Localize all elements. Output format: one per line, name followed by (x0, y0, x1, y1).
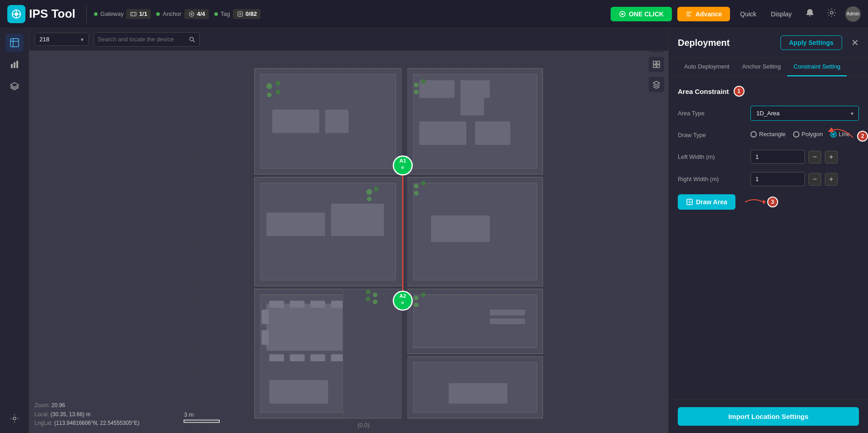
notification-bell-icon[interactable] (802, 6, 818, 21)
svg-line-22 (193, 40, 195, 42)
tab-constraint-setting[interactable]: Constraint Setting (787, 58, 847, 76)
svg-rect-65 (311, 354, 325, 361)
tag-group: Tag 0/82 (214, 9, 261, 19)
svg-rect-87 (490, 318, 525, 324)
sidebar-item-settings[interactable] (5, 409, 24, 428)
left-sidebar (0, 28, 29, 433)
draw-area-button[interactable]: Draw Area (678, 194, 735, 210)
tool-layers-icon[interactable] (648, 76, 665, 93)
one-click-button[interactable]: ONE CLICK (611, 7, 672, 21)
svg-rect-60 (290, 301, 304, 308)
svg-point-54 (421, 181, 425, 185)
svg-rect-36 (460, 80, 490, 98)
sidebar-item-analytics[interactable] (5, 55, 24, 74)
svg-marker-113 (763, 200, 765, 204)
tool-grid-icon[interactable] (648, 56, 665, 73)
svg-rect-67 (261, 310, 269, 324)
svg-rect-64 (290, 354, 304, 361)
import-location-settings-button[interactable]: Import Location Settings (678, 407, 859, 426)
anchor-count: 4/4 (197, 10, 205, 17)
svg-point-40 (414, 83, 419, 87)
advance-button[interactable]: Advance (677, 7, 730, 21)
radio-polygon-label: Polygon (802, 131, 823, 138)
svg-rect-19 (16, 61, 18, 68)
panel-header: Deployment Apply Settings ✕ (669, 28, 868, 58)
area-type-label: Area Type (678, 110, 750, 117)
svg-rect-52 (431, 216, 490, 242)
draw-area-row: Draw Area 3 (678, 194, 859, 210)
annotation-1: 1 (734, 86, 745, 97)
sidebar-item-layers[interactable] (5, 77, 24, 95)
svg-point-30 (276, 81, 280, 85)
panel-content: Area Constraint 1 Area Type 1D_Area 2D_A… (669, 77, 868, 399)
svg-rect-106 (653, 61, 656, 64)
left-width-controls: − + (750, 150, 859, 164)
admin-label: Admin (847, 11, 859, 16)
right-width-decrement-button[interactable]: − (809, 173, 821, 186)
map-toolbar: 218 (29, 28, 668, 51)
svg-rect-68 (261, 330, 269, 344)
left-width-decrement-button[interactable]: − (809, 151, 821, 163)
svg-rect-90 (449, 383, 508, 403)
svg-rect-109 (657, 65, 660, 68)
radio-polygon[interactable]: Polygon (793, 131, 823, 138)
svg-rect-17 (11, 64, 13, 68)
sidebar-item-map[interactable] (5, 34, 24, 52)
left-width-input[interactable] (750, 150, 805, 164)
annotation-2: 2 (857, 131, 868, 142)
svg-point-12 (239, 13, 241, 15)
lnglat-value: (113.94816606°N, 22.54555305°E) (54, 420, 139, 426)
svg-point-15 (830, 11, 833, 14)
svg-rect-16 (10, 39, 19, 47)
svg-rect-75 (269, 380, 328, 403)
floor-select[interactable]: 218 (35, 33, 89, 46)
left-width-increment-button[interactable]: + (825, 151, 838, 163)
left-width-input-row: − + (750, 150, 859, 164)
svg-text:A1: A1 (399, 157, 406, 163)
gateway-group: Gateway 1/1 (94, 9, 151, 19)
apply-settings-button[interactable]: Apply Settings (780, 35, 842, 50)
tag-count: 0/82 (246, 10, 257, 17)
settings-gear-icon[interactable] (824, 6, 840, 21)
tab-anchor-setting[interactable]: Anchor Setting (736, 58, 787, 76)
area-type-select-wrapper: 1D_Area 2D_Area 3D_Area (750, 106, 859, 121)
svg-point-80 (366, 296, 370, 301)
quick-button[interactable]: Quick (735, 8, 761, 20)
anchor-status-dot (156, 12, 160, 16)
tag-label: Tag (221, 10, 230, 17)
svg-point-21 (190, 37, 193, 41)
area-type-select[interactable]: 1D_Area 2D_Area 3D_Area (750, 106, 859, 121)
svg-point-20 (13, 417, 16, 420)
svg-point-29 (266, 83, 272, 89)
display-button[interactable]: Display (766, 8, 796, 20)
right-width-increment-button[interactable]: + (825, 173, 838, 186)
local-value: (30.35, 13.66) m (50, 411, 90, 418)
panel-footer: Import Location Settings (669, 399, 868, 433)
svg-point-48 (374, 187, 379, 191)
local-label: Local: (35, 411, 49, 418)
search-input[interactable] (98, 36, 188, 43)
svg-rect-59 (269, 301, 284, 308)
svg-point-49 (367, 197, 371, 201)
left-width-row: Left Width (m) − + (678, 150, 859, 164)
zoom-label: Zoom: (35, 402, 50, 408)
app-title: IPS Tool (29, 7, 75, 21)
top-nav: IPS Tool Gateway 1/1 Anchor 4/4 Tag 0/82… (0, 0, 868, 28)
draw-area-label: Draw Area (696, 198, 727, 206)
tab-auto-deployment[interactable]: Auto Deployment (678, 58, 736, 76)
right-width-input[interactable] (750, 172, 805, 186)
floor-select-wrapper: 218 (35, 33, 89, 46)
user-avatar[interactable]: Admin (845, 6, 861, 22)
annotation-3-group: 3 (743, 195, 778, 209)
svg-rect-45 (266, 212, 326, 236)
area-type-row: Area Type 1D_Area 2D_Area 3D_Area (678, 106, 859, 121)
right-width-controls: − + (750, 172, 859, 186)
radio-rectangle[interactable]: Rectangle (750, 131, 786, 138)
panel-close-button[interactable]: ✕ (851, 37, 859, 48)
main-layout: 218 (0, 28, 868, 433)
app-logo-icon (7, 5, 25, 23)
right-width-input-row: − + (750, 172, 859, 186)
svg-text:(0,0): (0,0) (357, 422, 370, 428)
radio-rectangle-circle (750, 131, 757, 138)
svg-rect-27 (272, 110, 320, 133)
